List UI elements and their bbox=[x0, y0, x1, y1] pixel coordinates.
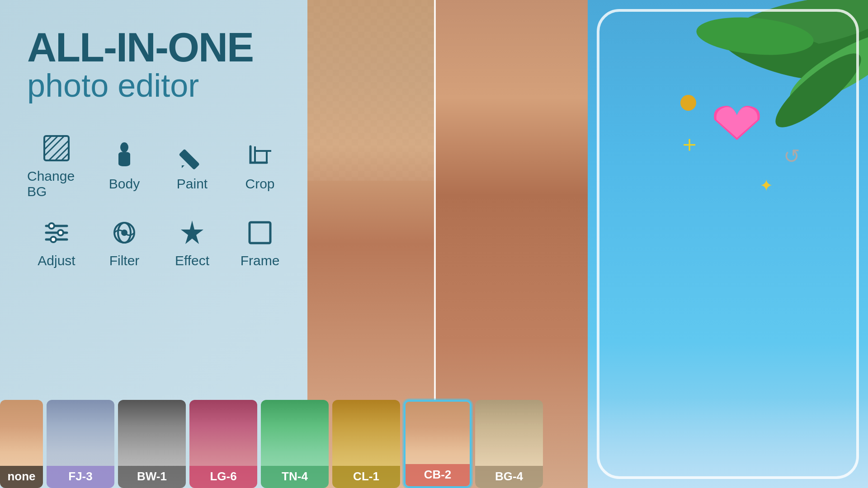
tool-filter[interactable]: Filter bbox=[95, 207, 154, 280]
filter-none[interactable]: none bbox=[0, 400, 43, 488]
filter-lg6-label: LG-6 bbox=[189, 466, 257, 488]
sliders-icon bbox=[42, 219, 71, 247]
svg-line-2 bbox=[44, 136, 58, 150]
tools-grid: Change BG Body Paint bbox=[27, 131, 289, 280]
plus-sticker: ＋ bbox=[678, 129, 701, 159]
filter-fj3-label: FJ-3 bbox=[47, 466, 114, 488]
gold-circle-sticker bbox=[680, 95, 696, 111]
filter-fj3[interactable]: FJ-3 bbox=[47, 400, 114, 488]
filter-cl1[interactable]: CL-1 bbox=[332, 400, 400, 488]
app-title-sub: photo editor bbox=[27, 68, 253, 103]
undo-sticker: ↺ bbox=[783, 145, 800, 168]
tool-change-bg-label: Change BG bbox=[27, 169, 86, 199]
svg-point-16 bbox=[49, 223, 54, 229]
sparkle-icon bbox=[178, 219, 206, 247]
filter-cb2[interactable]: CB-2 bbox=[404, 400, 472, 488]
filter-icon bbox=[110, 219, 138, 247]
tool-frame-label: Frame bbox=[241, 253, 280, 268]
frame-icon bbox=[246, 219, 274, 247]
pencil-icon bbox=[178, 142, 206, 170]
filter-tn4-label: TN-4 bbox=[261, 466, 329, 488]
filter-bg4-label: BG-4 bbox=[475, 466, 543, 488]
svg-rect-10 bbox=[255, 151, 267, 163]
tool-body[interactable]: Body bbox=[95, 131, 154, 203]
filter-bg4[interactable]: BG-4 bbox=[475, 400, 543, 488]
crop-icon bbox=[246, 142, 274, 170]
tool-adjust[interactable]: Adjust bbox=[27, 207, 86, 280]
filter-lg6[interactable]: LG-6 bbox=[189, 400, 257, 488]
tool-filter-label: Filter bbox=[109, 253, 140, 268]
filter-none-label: none bbox=[0, 466, 43, 488]
tool-change-bg[interactable]: Change BG bbox=[27, 131, 86, 203]
svg-rect-23 bbox=[250, 222, 270, 243]
tool-paint-label: Paint bbox=[177, 176, 208, 192]
filter-cl1-label: CL-1 bbox=[332, 466, 400, 488]
tool-frame[interactable]: Frame bbox=[231, 207, 289, 280]
hatch-icon bbox=[42, 134, 71, 162]
tool-body-label: Body bbox=[109, 176, 140, 192]
svg-point-7 bbox=[120, 142, 128, 152]
tool-effect[interactable]: Effect bbox=[163, 207, 222, 280]
svg-marker-22 bbox=[181, 221, 203, 244]
svg-line-5 bbox=[55, 147, 69, 160]
tool-effect-label: Effect bbox=[175, 253, 209, 268]
body-icon bbox=[110, 142, 138, 170]
app-title-main: ALL-IN-ONE bbox=[27, 27, 253, 68]
heart-sticker bbox=[710, 99, 764, 158]
title-block: ALL-IN-ONE photo editor bbox=[27, 27, 253, 103]
tool-crop-label: Crop bbox=[245, 176, 274, 192]
tool-crop[interactable]: Crop bbox=[231, 131, 289, 203]
svg-point-18 bbox=[51, 237, 56, 242]
svg-marker-9 bbox=[182, 165, 184, 168]
tool-adjust-label: Adjust bbox=[38, 253, 75, 268]
filter-bw1[interactable]: BW-1 bbox=[118, 400, 186, 488]
sparkle-sticker: ✦ bbox=[760, 176, 773, 195]
svg-point-17 bbox=[58, 230, 63, 235]
filter-strip: none FJ-3 BW-1 LG-6 TN-4 CL-1 CB-2 BG-4 bbox=[0, 384, 868, 488]
filter-cb2-label: CB-2 bbox=[406, 464, 470, 486]
tool-paint[interactable]: Paint bbox=[163, 131, 222, 203]
filter-bw1-label: BW-1 bbox=[118, 466, 186, 488]
filter-tn4[interactable]: TN-4 bbox=[261, 400, 329, 488]
